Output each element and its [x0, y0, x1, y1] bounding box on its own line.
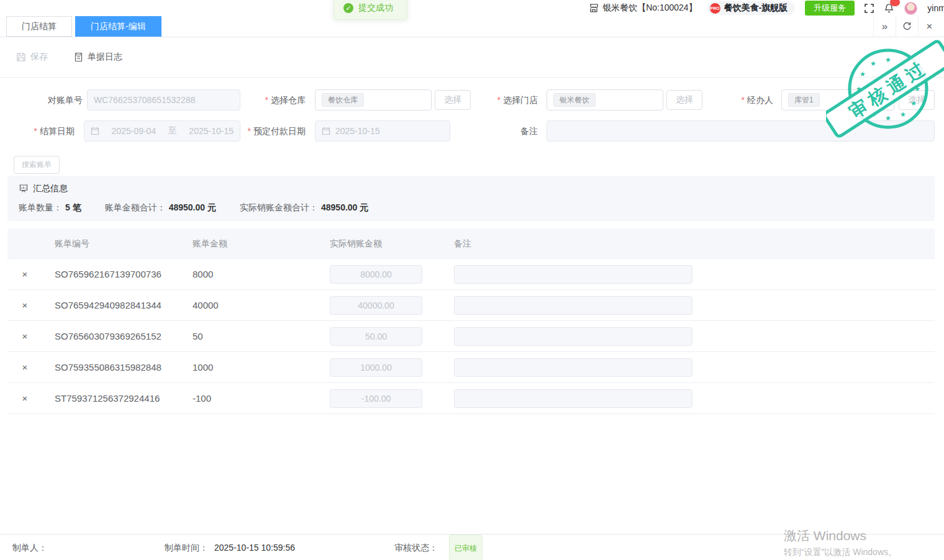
- username[interactable]: yinmi: [927, 3, 944, 13]
- row-remark-input[interactable]: [454, 265, 692, 284]
- bill-no: SO765942940982841344: [55, 290, 161, 321]
- notification-bell-icon[interactable]: [884, 3, 894, 14]
- pay-date-field[interactable]: 2025-10-15: [315, 120, 450, 142]
- footer-bar: 制单人： 制单时间： 2025-10-15 10:59:56 审核状态： 已审核: [0, 534, 944, 560]
- bill-count-stat: 账单数量： 5 笔: [19, 202, 81, 214]
- col-writeoff: 实际销账金额: [330, 228, 422, 259]
- store-select-button[interactable]: 选择: [666, 90, 702, 110]
- remark-input[interactable]: [553, 126, 928, 136]
- warehouse-tag: 餐饮仓库: [322, 93, 364, 107]
- bill-count-value: 5 笔: [65, 202, 81, 214]
- expand-tabs-icon[interactable]: »: [873, 16, 896, 37]
- shop-icon: [589, 3, 599, 13]
- summary-board-icon: [19, 184, 29, 194]
- required-mark: *: [265, 95, 268, 105]
- audit-status-label: 审核状态：: [394, 535, 438, 560]
- create-time-label: 制单时间：: [165, 535, 208, 560]
- row-remark-input[interactable]: [454, 358, 692, 377]
- company-info: 银米餐饮【No:100024】: [589, 2, 697, 14]
- store-tag: 银米餐饮: [553, 93, 596, 107]
- search-bill-button[interactable]: 搜索账单: [14, 156, 60, 174]
- fullscreen-icon[interactable]: [865, 4, 874, 13]
- audit-status-badge: 已审核: [449, 535, 483, 560]
- create-time-value: 2025-10-15 10:59:56: [214, 535, 295, 560]
- settle-date-label: *结算日期: [12, 120, 75, 142]
- reconcile-no-label: 对账单号: [12, 89, 83, 111]
- delete-row-icon[interactable]: ×: [7, 321, 42, 352]
- row-remark-input[interactable]: [454, 296, 692, 315]
- toast-text: 提交成功: [358, 2, 393, 14]
- bill-no: SO759355086315982848: [55, 352, 161, 383]
- agent-field[interactable]: 库管1: [781, 89, 894, 111]
- settle-date-start: 2025-09-04: [112, 126, 157, 136]
- writeoff-input[interactable]: [330, 358, 422, 377]
- settle-date-separator: 至: [168, 125, 177, 137]
- log-label: 单据日志: [88, 52, 122, 63]
- row-remark-input[interactable]: [454, 389, 692, 408]
- delete-row-icon[interactable]: ×: [7, 383, 42, 414]
- settle-date-end: 2025-10-15: [189, 126, 234, 136]
- agent-label: *经办人: [724, 89, 773, 111]
- reconcile-no-field[interactable]: [87, 89, 240, 111]
- table-row: × SO765962167139700736 8000: [7, 259, 935, 290]
- store-field[interactable]: 银米餐饮: [547, 89, 663, 111]
- tab-actions: » ×: [873, 16, 940, 37]
- creator-label: 制单人：: [12, 535, 47, 560]
- table-row: × SO765942940982841344 40000: [7, 290, 935, 321]
- writeoff-input[interactable]: [330, 265, 422, 284]
- col-remark: 备注: [454, 228, 692, 259]
- bill-amount: 8000: [193, 259, 213, 290]
- plan-name: 餐饮美食-旗舰版: [724, 2, 788, 14]
- close-icon[interactable]: ×: [918, 16, 940, 37]
- bill-no: SO765962167139700736: [55, 259, 161, 290]
- table-row: × SO765603079369265152 50: [7, 321, 935, 352]
- agent-tag: 库管1: [788, 93, 820, 107]
- settle-date-range-field[interactable]: 2025-09-04 至 2025-10-15: [84, 120, 240, 142]
- warehouse-field[interactable]: 餐饮仓库: [315, 89, 432, 111]
- calendar-icon: [322, 127, 330, 135]
- row-remark-input[interactable]: [454, 327, 692, 346]
- delete-row-icon[interactable]: ×: [7, 290, 42, 321]
- col-amount: 账单金额: [193, 228, 227, 259]
- writeoff-input[interactable]: [330, 389, 422, 408]
- table-row: × ST759371256372924416 -100: [7, 383, 935, 414]
- tab-store-settlement[interactable]: 门店结算: [6, 16, 72, 37]
- plan-badge[interactable]: PRO 餐饮美食-旗舰版: [707, 1, 796, 15]
- save-label: 保存: [30, 52, 48, 63]
- bill-no: ST759371256372924416: [55, 383, 160, 414]
- tab-bar: 门店结算 门店结算-编辑 » ×: [0, 16, 944, 37]
- save-button[interactable]: 保存: [16, 52, 48, 63]
- delete-row-icon[interactable]: ×: [7, 352, 42, 383]
- settlement-form: 对账单号 *选择仓库 餐饮仓库 选择 *选择门店 银米餐饮 选择 *经办人 库管…: [0, 78, 944, 155]
- col-bill-no: 账单编号: [55, 228, 89, 259]
- warehouse-select-button[interactable]: 选择: [435, 90, 471, 110]
- refresh-icon[interactable]: [896, 16, 918, 37]
- writeoff-total-stat: 实际销账金额合计： 48950.00 元: [240, 202, 368, 214]
- writeoff-input[interactable]: [330, 327, 422, 346]
- pro-icon: PRO: [710, 3, 720, 14]
- document-log-button[interactable]: 单据日志: [74, 52, 122, 63]
- toolbar: 保存 单据日志: [0, 37, 944, 78]
- summary-title: 汇总信息: [33, 183, 68, 194]
- calendar-icon: [91, 127, 99, 135]
- reconcile-no-input[interactable]: [94, 95, 234, 105]
- agent-select-button[interactable]: 选择: [899, 90, 935, 110]
- log-icon: [74, 52, 83, 62]
- pay-date-label: *预定付款日期: [230, 120, 306, 142]
- bill-amount: -100: [193, 383, 211, 414]
- remark-field[interactable]: [547, 120, 935, 142]
- table-header: 账单编号 账单金额 实际销账金额 备注: [7, 228, 935, 259]
- bill-amount: 40000: [193, 290, 219, 321]
- avatar[interactable]: [904, 2, 917, 15]
- delete-row-icon[interactable]: ×: [7, 259, 42, 290]
- upgrade-button[interactable]: 升级服务: [805, 1, 855, 16]
- bill-no: SO765603079369265152: [55, 321, 161, 352]
- bill-amount: 50: [193, 321, 203, 352]
- writeoff-input[interactable]: [330, 296, 422, 315]
- tab-store-settlement-edit[interactable]: 门店结算-编辑: [75, 16, 161, 37]
- bills-table: 账单编号 账单金额 实际销账金额 备注 × SO7659621671397007…: [7, 228, 935, 414]
- summary-panel: 汇总信息 账单数量： 5 笔 账单金额合计： 48950.00 元 实际销账金额…: [7, 176, 935, 221]
- toast-success: ✓ 提交成功: [334, 0, 407, 20]
- bill-amount: 1000: [193, 352, 213, 383]
- search-row: 搜索账单: [0, 155, 944, 176]
